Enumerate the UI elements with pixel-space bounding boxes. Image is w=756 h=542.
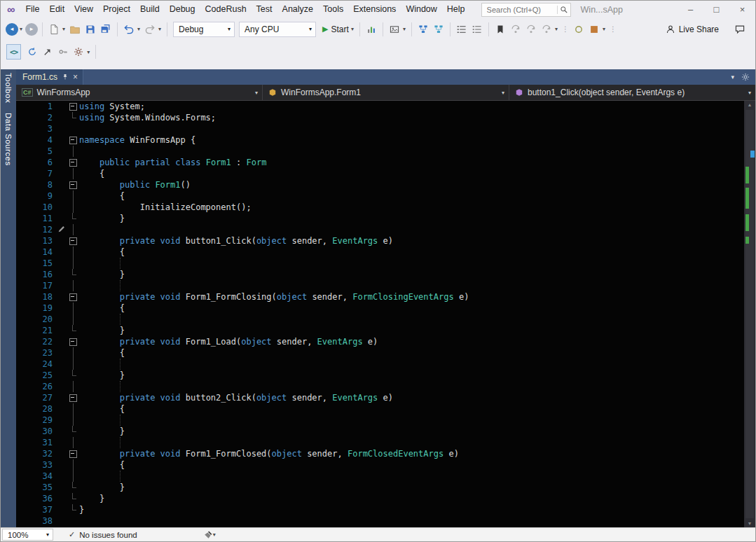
outline-margin[interactable] bbox=[67, 134, 79, 146]
fold-collapse-button[interactable] bbox=[69, 293, 77, 301]
menu-item-window[interactable]: Window bbox=[401, 1, 441, 18]
line-number[interactable]: 24 bbox=[16, 359, 57, 370]
performance-profiler-button[interactable] bbox=[364, 22, 378, 37]
scroll-down-arrow-icon[interactable]: ▼ bbox=[744, 521, 755, 526]
code-line[interactable]: 17 bbox=[16, 280, 744, 291]
toolbar-overflow-grip-icon[interactable]: ⋮ bbox=[562, 25, 569, 33]
search-input[interactable] bbox=[486, 5, 555, 15]
maximize-button[interactable]: □ bbox=[703, 1, 729, 18]
menu-item-build[interactable]: Build bbox=[135, 1, 165, 18]
line-number[interactable]: 32 bbox=[16, 448, 57, 459]
step-over-button[interactable] bbox=[524, 22, 538, 37]
vertical-scrollbar[interactable]: ▲ ▼ bbox=[744, 101, 755, 527]
fold-collapse-button[interactable] bbox=[69, 237, 77, 245]
menu-item-project[interactable]: Project bbox=[98, 1, 135, 18]
editor-options-gear-icon[interactable] bbox=[741, 73, 750, 81]
code-line[interactable]: 33 { bbox=[16, 459, 744, 471]
toolbar-overflow-grip-icon[interactable]: ⋮ bbox=[610, 25, 617, 33]
line-number[interactable]: 11 bbox=[16, 213, 57, 224]
undo-history-chevron-icon[interactable]: ▾ bbox=[137, 26, 140, 32]
scroll-up-arrow-icon[interactable]: ▲ bbox=[744, 102, 755, 107]
code-line[interactable]: 21 } bbox=[16, 325, 744, 336]
call-hierarchy-button[interactable] bbox=[432, 22, 446, 37]
line-number[interactable]: 36 bbox=[16, 493, 57, 504]
line-number[interactable]: 14 bbox=[16, 246, 57, 258]
refresh-button[interactable] bbox=[25, 44, 39, 60]
menu-item-edit[interactable]: Edit bbox=[45, 1, 70, 18]
outline-margin[interactable] bbox=[67, 448, 79, 459]
redo-button[interactable] bbox=[143, 22, 157, 37]
sidebar-item-data-sources[interactable]: Data Sources bbox=[4, 113, 13, 166]
line-number[interactable]: 22 bbox=[16, 336, 57, 347]
navigate-forward-button[interactable]: ▸ bbox=[25, 23, 38, 36]
code-line[interactable]: 7 { bbox=[16, 168, 744, 179]
line-number[interactable]: 25 bbox=[16, 370, 57, 381]
screenshot-button[interactable] bbox=[387, 22, 401, 37]
menu-item-extensions[interactable]: Extensions bbox=[348, 1, 401, 18]
line-number[interactable]: 29 bbox=[16, 415, 57, 426]
menu-item-view[interactable]: View bbox=[69, 1, 98, 18]
menu-item-coderush[interactable]: CodeRush bbox=[200, 1, 252, 18]
menu-item-debug[interactable]: Debug bbox=[165, 1, 200, 18]
code-line[interactable]: 10 InitializeComponent(); bbox=[16, 202, 744, 213]
line-number[interactable]: 28 bbox=[16, 403, 57, 415]
fold-collapse-button[interactable] bbox=[69, 394, 77, 402]
line-number[interactable]: 5 bbox=[16, 146, 57, 157]
start-options-chevron-icon[interactable]: ▾ bbox=[351, 26, 354, 32]
health-check-icon[interactable]: ✓ bbox=[69, 530, 75, 539]
line-number[interactable]: 13 bbox=[16, 235, 57, 246]
code-line[interactable]: 35 } bbox=[16, 482, 744, 493]
code-line[interactable]: 11 } bbox=[16, 213, 744, 224]
outline-margin[interactable] bbox=[67, 235, 79, 246]
solution-configurations-combo[interactable]: Debug ▾ bbox=[173, 22, 235, 37]
code-line[interactable]: 19 { bbox=[16, 303, 744, 314]
save-button[interactable] bbox=[83, 22, 97, 37]
code-line[interactable]: 16 } bbox=[16, 269, 744, 280]
unit-test-button[interactable] bbox=[56, 44, 70, 60]
zoom-level-dropdown[interactable]: 100% ▾ bbox=[2, 529, 53, 541]
class-hierarchy-button[interactable] bbox=[416, 22, 430, 37]
menu-item-file[interactable]: File bbox=[20, 1, 44, 18]
code-line[interactable]: 25 } bbox=[16, 370, 744, 381]
fold-collapse-button[interactable] bbox=[69, 450, 77, 458]
outline-margin[interactable] bbox=[67, 157, 79, 168]
sidebar-item-toolbox[interactable]: Toolbox bbox=[4, 73, 13, 103]
issues-status-text[interactable]: No issues found bbox=[79, 531, 137, 539]
outline-margin[interactable] bbox=[67, 291, 79, 303]
tab-close-icon[interactable]: × bbox=[73, 73, 78, 81]
code-line[interactable]: 24 bbox=[16, 359, 744, 370]
coderush-settings-button[interactable] bbox=[71, 44, 85, 60]
code-line[interactable]: 5 bbox=[16, 146, 744, 157]
code-line[interactable]: 28 { bbox=[16, 403, 744, 415]
code-line[interactable]: 14 { bbox=[16, 246, 744, 258]
line-number[interactable]: 33 bbox=[16, 459, 57, 471]
minimize-button[interactable]: – bbox=[678, 1, 703, 18]
code-line[interactable]: 12 bbox=[16, 224, 744, 235]
start-debugging-button[interactable]: ▶ Start bbox=[322, 25, 349, 34]
type-dropdown[interactable]: WinFormsApp.Form1 ▾ bbox=[263, 85, 509, 100]
outline-margin[interactable] bbox=[67, 101, 79, 112]
feedback-button[interactable] bbox=[733, 22, 747, 37]
line-number[interactable]: 15 bbox=[16, 258, 57, 269]
code-line[interactable]: 27 private void button2_Click(object sen… bbox=[16, 392, 744, 403]
code-line[interactable]: 20 bbox=[16, 314, 744, 325]
line-number[interactable]: 8 bbox=[16, 179, 57, 190]
fold-collapse-button[interactable] bbox=[69, 137, 77, 144]
undo-button[interactable] bbox=[122, 22, 136, 37]
line-number[interactable]: 27 bbox=[16, 392, 57, 403]
code-line[interactable]: 8 public Form1() bbox=[16, 179, 744, 190]
code-line[interactable]: 23 { bbox=[16, 347, 744, 359]
pin-icon[interactable] bbox=[62, 74, 69, 81]
fold-collapse-button[interactable] bbox=[69, 159, 77, 167]
toolbar-overflow-chevron-icon[interactable]: ▾ bbox=[603, 26, 605, 32]
line-number[interactable]: 3 bbox=[16, 123, 57, 134]
error-list-button[interactable] bbox=[455, 22, 469, 37]
outline-margin[interactable] bbox=[67, 336, 79, 347]
line-number[interactable]: 19 bbox=[16, 303, 57, 314]
code-cleanup-chevron-icon[interactable]: ▾ bbox=[213, 531, 216, 538]
line-number[interactable]: 10 bbox=[16, 202, 57, 213]
line-number[interactable]: 21 bbox=[16, 325, 57, 336]
line-number[interactable]: 7 bbox=[16, 168, 57, 179]
coderush-settings-chevron-icon[interactable]: ▾ bbox=[87, 49, 90, 55]
line-number[interactable]: 9 bbox=[16, 190, 57, 202]
